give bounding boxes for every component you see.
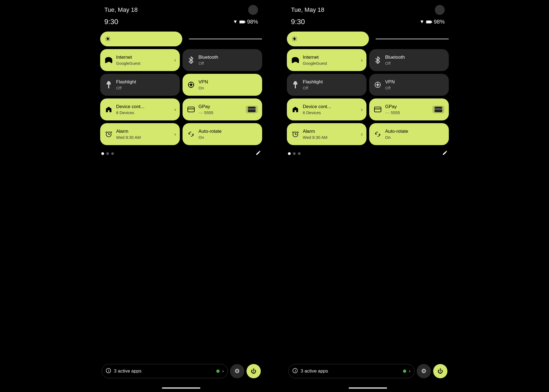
tiles-grid: InternetGoogleGuest› BluetoothOff Flashl… — [287, 49, 449, 145]
quick-settings-panel: ☀ InternetGoogleGuest› BluetoothOff Flas… — [100, 32, 262, 157]
power-button[interactable]: ⏻ — [433, 364, 447, 378]
tile-subtitle-flashlight: Off — [116, 86, 136, 90]
time-text: 9:30 — [291, 18, 305, 26]
time-text: 9:30 — [104, 18, 118, 26]
settings-button[interactable]: ⚙ — [230, 364, 244, 378]
tile-arrow-alarm: › — [174, 131, 176, 137]
power-icon: ⏻ — [438, 368, 443, 374]
svg-rect-15 — [426, 21, 431, 23]
tile-title-device-controls: Device cont... — [116, 104, 144, 109]
svg-text:i: i — [295, 369, 296, 372]
edit-icon[interactable] — [256, 150, 261, 157]
tile-device-controls[interactable]: Device cont...6 Devices› — [100, 98, 180, 120]
pagination-dot-0[interactable] — [101, 152, 104, 155]
brightness-slider[interactable] — [376, 38, 449, 40]
settings-icon: ⚙ — [421, 368, 427, 375]
tile-gpay[interactable]: GPay···· 5555 — [369, 98, 449, 120]
svg-rect-22 — [435, 108, 442, 110]
tile-alarm[interactable]: AlarmWed 8:30 AM› — [100, 123, 180, 145]
pagination-dot-2[interactable] — [111, 152, 114, 155]
svg-rect-20 — [374, 108, 381, 109]
edit-icon[interactable] — [442, 150, 448, 157]
status-bar: Tue, May 189:30▼98% — [96, 0, 266, 26]
battery-percentage: 98% — [247, 19, 258, 25]
tile-arrow-device-controls: › — [361, 107, 363, 112]
flashlight-icon — [291, 81, 299, 88]
pagination-dots — [288, 152, 301, 155]
tile-subtitle-internet: GoogleGuest — [116, 61, 140, 66]
info-icon: i — [292, 368, 298, 375]
chevron-icon: › — [409, 369, 410, 374]
tile-device-controls[interactable]: Device cont...6 Devices› — [287, 98, 366, 120]
gpay-card — [432, 106, 444, 113]
tile-subtitle-bluetooth: Off — [385, 61, 405, 66]
brightness-pill[interactable]: ☀ — [287, 32, 369, 46]
battery-icon — [239, 20, 245, 24]
tile-subtitle-internet: GoogleGuest — [303, 61, 327, 66]
wifi-icon: ▼ — [419, 19, 424, 25]
active-apps-text: 3 active apps — [114, 368, 214, 374]
tile-flashlight[interactable]: FlashlightOff — [287, 74, 366, 96]
svg-rect-7 — [188, 108, 194, 109]
tile-bluetooth[interactable]: BluetoothOff — [369, 49, 449, 71]
power-button[interactable]: ⏻ — [247, 364, 261, 378]
tile-subtitle-autorotate: On — [198, 135, 222, 140]
tile-subtitle-device-controls: 6 Devices — [303, 110, 331, 115]
tile-internet[interactable]: InternetGoogleGuest› — [287, 49, 366, 71]
wifi-icon — [105, 57, 113, 63]
rotate-icon — [374, 131, 382, 137]
tile-autorotate[interactable]: Auto-rotateOn — [183, 123, 262, 145]
phones-container: Tue, May 189:30▼98%☀ InternetGoogleGuest… — [0, 0, 549, 392]
active-apps-pill[interactable]: i3 active apps› — [288, 364, 414, 378]
tile-arrow-internet: › — [174, 57, 176, 63]
tile-internet[interactable]: InternetGoogleGuest› — [100, 49, 180, 71]
rotate-icon — [187, 131, 195, 137]
info-icon: i — [106, 368, 111, 375]
pagination-dot-0[interactable] — [288, 152, 291, 155]
brightness-icon: ☀ — [291, 35, 298, 43]
tile-flashlight[interactable]: FlashlightOff — [100, 74, 180, 96]
tiles-grid: InternetGoogleGuest› BluetoothOff Flashl… — [100, 49, 262, 145]
battery-percentage: 98% — [434, 19, 445, 25]
home-icon — [105, 106, 113, 113]
tile-vpn[interactable]: VPNOff — [369, 74, 449, 96]
status-bar: Tue, May 189:30▼98% — [283, 0, 453, 26]
bluetooth-icon — [374, 57, 382, 64]
green-dot — [403, 370, 406, 373]
tile-title-alarm: Alarm — [303, 129, 327, 134]
brightness-row[interactable]: ☀ — [287, 32, 449, 46]
tile-subtitle-flashlight: Off — [303, 86, 323, 90]
svg-rect-2 — [240, 21, 244, 23]
power-icon: ⏻ — [251, 368, 256, 374]
brightness-slider[interactable] — [189, 38, 262, 40]
tile-vpn[interactable]: VPNOn — [183, 74, 262, 96]
card-icon — [187, 106, 195, 112]
tile-subtitle-alarm: Wed 8:30 AM — [116, 135, 141, 140]
svg-text:i: i — [108, 369, 109, 372]
brightness-pill[interactable]: ☀ — [100, 32, 182, 46]
active-apps-pill[interactable]: i3 active apps› — [102, 364, 228, 378]
chevron-icon: › — [222, 369, 224, 374]
phone-right: Tue, May 189:30▼98%☀ InternetGoogleGuest… — [283, 0, 453, 392]
svg-rect-1 — [245, 21, 245, 22]
tile-subtitle-autorotate: On — [385, 135, 408, 140]
svg-rect-16 — [294, 81, 296, 82]
tile-alarm[interactable]: AlarmWed 8:30 AM› — [287, 123, 366, 145]
settings-button[interactable]: ⚙ — [417, 364, 431, 378]
tile-subtitle-gpay: ···· 5555 — [385, 110, 400, 115]
pagination-dot-1[interactable] — [293, 152, 296, 155]
pagination-dot-2[interactable] — [298, 152, 301, 155]
tile-gpay[interactable]: GPay···· 5555 — [183, 98, 262, 120]
svg-rect-9 — [248, 108, 256, 110]
tile-title-autorotate: Auto-rotate — [385, 129, 408, 134]
tile-autorotate[interactable]: Auto-rotateOn — [369, 123, 449, 145]
brightness-row[interactable]: ☀ — [100, 32, 262, 46]
tile-title-gpay: GPay — [198, 104, 213, 109]
settings-icon: ⚙ — [234, 368, 240, 375]
pagination-dot-1[interactable] — [106, 152, 109, 155]
tile-arrow-internet: › — [361, 57, 363, 63]
tile-bluetooth[interactable]: BluetoothOff — [183, 49, 262, 71]
tile-subtitle-gpay: ···· 5555 — [198, 110, 213, 115]
active-apps-text: 3 active apps — [301, 368, 400, 374]
home-indicator — [162, 387, 200, 389]
